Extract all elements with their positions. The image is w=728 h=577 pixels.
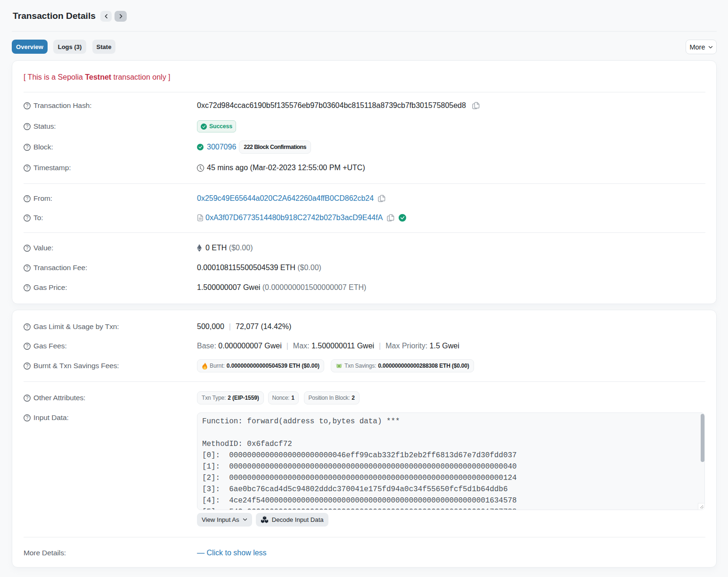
svg-text:?: ? [26, 415, 29, 420]
svg-text:?: ? [26, 165, 29, 171]
svg-text:?: ? [26, 324, 29, 330]
svg-text:?: ? [26, 344, 29, 349]
svg-text:?: ? [26, 396, 29, 401]
svg-text:?: ? [26, 145, 29, 150]
svg-text:?: ? [26, 246, 29, 251]
svg-text:?: ? [26, 124, 29, 129]
svg-text:?: ? [26, 196, 29, 201]
svg-text:?: ? [26, 215, 29, 221]
svg-text:?: ? [26, 363, 29, 369]
svg-text:?: ? [26, 285, 29, 290]
svg-text:?: ? [26, 103, 29, 108]
svg-text:?: ? [26, 265, 29, 271]
